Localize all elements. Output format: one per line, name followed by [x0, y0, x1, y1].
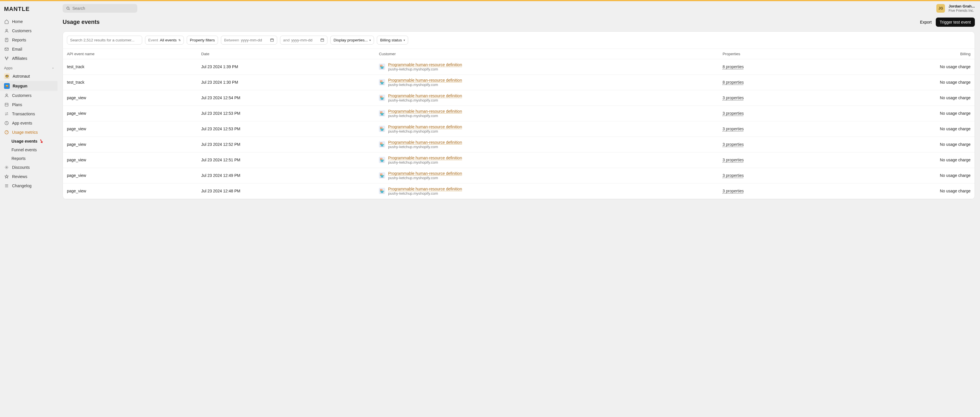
- properties-link[interactable]: 3 properties: [723, 158, 744, 162]
- arrow-annotation-icon: ➘: [38, 137, 45, 145]
- cell-date: Jul 23 2024 12:48 PM: [197, 183, 375, 199]
- nav-customers[interactable]: Customers: [0, 91, 57, 100]
- event-filter-value: All events: [160, 38, 177, 42]
- customer-search-input[interactable]: [70, 38, 139, 42]
- nav-reports[interactable]: Reports: [0, 35, 57, 45]
- cell-date: Jul 23 2024 12:54 PM: [197, 90, 375, 105]
- properties-link[interactable]: 3 properties: [723, 96, 744, 100]
- date-to-input[interactable]: [291, 38, 318, 42]
- col-date: Date: [197, 49, 375, 59]
- user-meta[interactable]: Jordan Grah... Five Friends Inc.: [948, 4, 975, 13]
- property-filters-button[interactable]: Property filters: [187, 36, 218, 45]
- nav-changelog[interactable]: Changelog: [0, 181, 57, 190]
- customer-link[interactable]: Programmable human-resource definition: [388, 109, 462, 113]
- chevron-down-icon: ▾: [369, 38, 371, 42]
- nav-app-events[interactable]: App events: [0, 118, 57, 128]
- store-icon: 🏪: [379, 157, 385, 163]
- discounts-icon: [4, 165, 9, 170]
- event-filter[interactable]: Event All events ⇅: [145, 36, 184, 45]
- billing-status-filter[interactable]: Billing status ▾: [377, 36, 408, 45]
- customer-link[interactable]: Programmable human-resource definition: [388, 171, 462, 176]
- nav-home[interactable]: Home: [0, 17, 57, 26]
- usage-metrics-icon: [4, 130, 9, 135]
- properties-link[interactable]: 3 properties: [723, 111, 744, 116]
- customer-link[interactable]: Programmable human-resource definition: [388, 187, 462, 191]
- svg-point-17: [67, 7, 69, 10]
- trigger-test-event-button[interactable]: Trigger test event: [936, 18, 975, 27]
- col-customer: Customer: [375, 49, 719, 59]
- svg-point-0: [6, 29, 7, 31]
- nav-label: Customers: [12, 93, 32, 98]
- date-to-filter[interactable]: and: [280, 36, 328, 45]
- col-api-event: API event name: [63, 49, 197, 59]
- table-row[interactable]: page_view Jul 23 2024 12:54 PM 🏪 Program…: [63, 90, 975, 105]
- table-row[interactable]: page_view Jul 23 2024 12:48 PM 🏪 Program…: [63, 183, 975, 199]
- svg-point-5: [5, 57, 6, 58]
- table-row[interactable]: page_view Jul 23 2024 12:52 PM 🏪 Program…: [63, 137, 975, 152]
- customer-link[interactable]: Programmable human-resource definition: [388, 93, 462, 98]
- customers-icon: [4, 28, 9, 34]
- nav-label: Affiliates: [12, 56, 27, 61]
- nav-usage-metrics[interactable]: Usage metrics: [0, 128, 57, 137]
- customer-link[interactable]: Programmable human-resource definition: [388, 78, 462, 83]
- date-from-input[interactable]: [241, 38, 268, 42]
- customer-link[interactable]: Programmable human-resource definition: [388, 140, 462, 145]
- properties-link[interactable]: 3 properties: [723, 126, 744, 131]
- cell-properties: 3 properties: [719, 121, 829, 137]
- date-from-filter[interactable]: Between: [221, 36, 277, 45]
- apps-section-text: Apps: [4, 66, 13, 70]
- cell-customer: 🏪 Programmable human-resource definition…: [375, 183, 719, 199]
- nav-label: Reports: [12, 38, 26, 42]
- export-button[interactable]: Export: [916, 18, 935, 27]
- app-label: Astronaut: [13, 74, 30, 78]
- brand-logo[interactable]: MANTLE: [0, 4, 57, 17]
- customer-search[interactable]: [67, 36, 142, 45]
- table-row[interactable]: page_view Jul 23 2024 12:53 PM 🏪 Program…: [63, 105, 975, 121]
- customer-link[interactable]: Programmable human-resource definition: [388, 156, 462, 160]
- event-filter-label: Event: [148, 38, 158, 42]
- cell-api: page_view: [63, 168, 197, 183]
- nav-customers[interactable]: Customers: [0, 26, 57, 35]
- customer-link[interactable]: Programmable human-resource definition: [388, 125, 462, 129]
- customer-domain: pushy-ketchup.myshopify.com: [388, 83, 462, 87]
- svg-point-13: [6, 167, 7, 168]
- col-billing: Billing: [829, 49, 975, 59]
- table-row[interactable]: page_view Jul 23 2024 12:51 PM 🏪 Program…: [63, 152, 975, 168]
- app-astronaut[interactable]: 👩‍🚀Astronaut: [0, 71, 57, 81]
- nav-email[interactable]: Email: [0, 45, 57, 54]
- nav-transactions[interactable]: Transactions: [0, 109, 57, 118]
- properties-link[interactable]: 3 properties: [723, 142, 744, 147]
- apps-section-label[interactable]: Apps ›: [0, 63, 57, 71]
- properties-link[interactable]: 3 properties: [723, 173, 744, 178]
- user-name: Jordan Grah...: [948, 4, 975, 9]
- app-events-icon: [4, 120, 9, 126]
- avatar[interactable]: JG: [936, 4, 945, 13]
- customer-domain: pushy-ketchup.myshopify.com: [388, 160, 462, 165]
- global-search[interactable]: [63, 4, 137, 13]
- table-row[interactable]: page_view Jul 23 2024 12:49 PM 🏪 Program…: [63, 168, 975, 183]
- customer-domain: pushy-ketchup.myshopify.com: [388, 176, 462, 180]
- properties-link[interactable]: 3 properties: [723, 189, 744, 193]
- app-raygun[interactable]: 🔫Raygun: [0, 81, 57, 91]
- cell-api: page_view: [63, 90, 197, 105]
- nav-sub-funnel-events[interactable]: Funnel events: [0, 145, 57, 154]
- sidebar: MANTLE HomeCustomersReportsEmailAffiliat…: [0, 1, 57, 417]
- nav-discounts[interactable]: Discounts: [0, 163, 57, 172]
- cell-billing: No usage charge: [829, 75, 975, 90]
- properties-link[interactable]: 8 properties: [723, 64, 744, 69]
- nav-reviews[interactable]: Reviews: [0, 172, 57, 181]
- nav-affiliates[interactable]: Affiliates: [0, 54, 57, 63]
- global-search-input[interactable]: [72, 6, 134, 11]
- display-properties-filter[interactable]: Display properties... ▾: [330, 36, 374, 45]
- nav-sub-reports[interactable]: Reports: [0, 154, 57, 163]
- properties-link[interactable]: 8 properties: [723, 80, 744, 85]
- table-row[interactable]: page_view Jul 23 2024 12:53 PM 🏪 Program…: [63, 121, 975, 137]
- nav-label: Email: [12, 47, 22, 51]
- table-row[interactable]: test_track Jul 23 2024 1:39 PM 🏪 Program…: [63, 59, 975, 75]
- customer-link[interactable]: Programmable human-resource definition: [388, 62, 462, 67]
- nav-sub-usage-events[interactable]: Usage events➘: [0, 137, 57, 145]
- nav-label: Discounts: [12, 165, 30, 170]
- nav-plans[interactable]: Plans: [0, 100, 57, 109]
- cell-customer: 🏪 Programmable human-resource definition…: [375, 137, 719, 152]
- table-row[interactable]: test_track Jul 23 2024 1:30 PM 🏪 Program…: [63, 75, 975, 90]
